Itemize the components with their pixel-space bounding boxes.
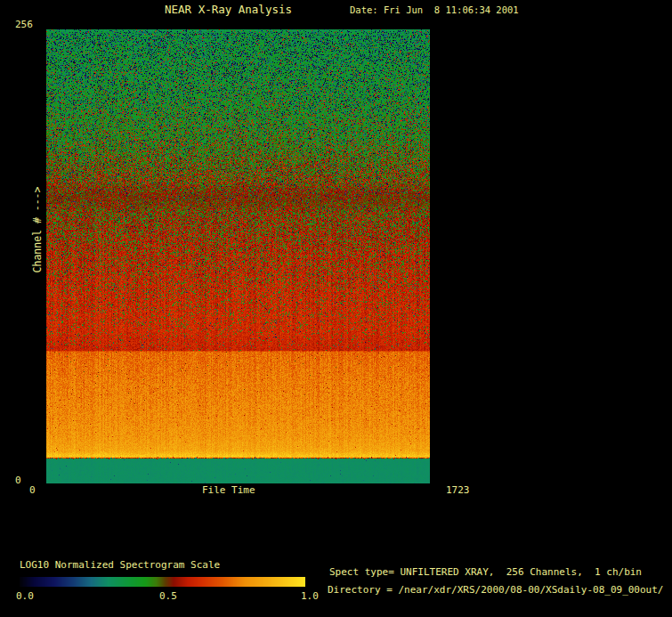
spectrogram-image: [46, 29, 430, 483]
x-axis-min-label: 0: [29, 485, 36, 496]
date-label: Date: Fri Jun 8 11:06:34 2001: [350, 5, 519, 16]
spect-type-line: Spect type= UNFILTERED XRAY, 256 Channel…: [329, 567, 642, 578]
near-xray-analysis-window: NEAR X-Ray Analysis Date: Fri Jun 8 11:0…: [0, 0, 672, 617]
colorbar-tick-1: 1.0: [301, 591, 319, 602]
page-title: NEAR X-Ray Analysis: [165, 4, 292, 16]
y-axis-max-label: 256: [15, 20, 33, 30]
colorbar-tick-0: 0.0: [16, 591, 34, 602]
x-axis-max-label: 1723: [446, 485, 470, 496]
y-axis-min-label: 0: [15, 475, 21, 486]
colorbar-label: LOG10 Normalized Spectrogram Scale: [20, 560, 220, 571]
directory-line: Directory = /near/xdr/XRS/2000/08-00/XSd…: [328, 585, 664, 596]
x-axis-title: File Time: [202, 485, 255, 496]
colorbar-tick-05: 0.5: [159, 591, 177, 602]
y-axis-title: Channel # --->: [32, 187, 44, 273]
colorbar-gradient: [20, 577, 305, 587]
